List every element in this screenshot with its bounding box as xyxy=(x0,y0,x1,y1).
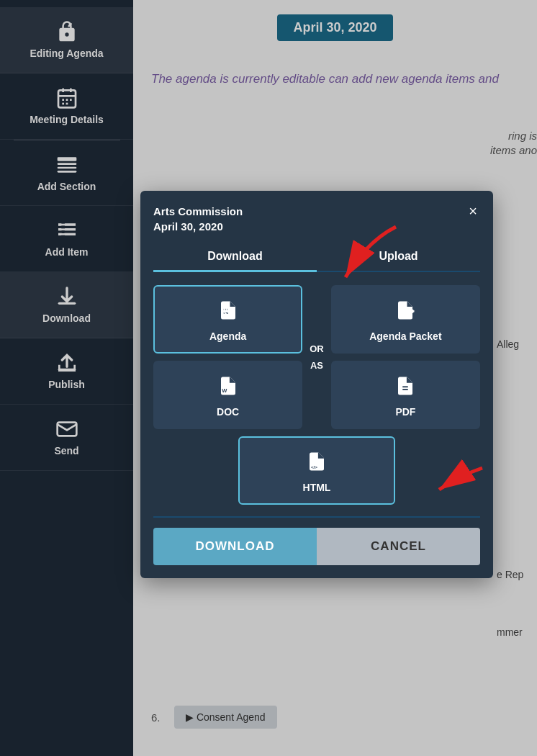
agenda-packet-label: Agenda Packet xyxy=(369,330,441,342)
format-btn-doc[interactable]: W DOC xyxy=(153,361,302,429)
download-modal: Arts Commission April 30, 2020 × Downloa… xyxy=(140,191,493,578)
agenda-label: Agenda xyxy=(209,330,246,342)
html-btn-wrapper: </> HTML xyxy=(153,436,480,505)
format-grid: Agenda OR AS Agenda Packet xyxy=(153,285,480,505)
pdf-icon xyxy=(394,375,416,402)
tab-download[interactable]: Download xyxy=(153,243,317,272)
modal-tabs: Download Upload xyxy=(153,243,480,272)
cancel-button[interactable]: CANCEL xyxy=(317,528,480,565)
agenda-icon xyxy=(217,300,239,326)
pdf-label: PDF xyxy=(395,406,415,418)
modal-title: Arts Commission April 30, 2020 xyxy=(153,204,243,234)
format-btn-pdf[interactable]: PDF xyxy=(331,361,480,429)
format-btn-html[interactable]: </> HTML xyxy=(238,436,395,505)
doc-label: DOC xyxy=(217,406,239,418)
modal-close-button[interactable]: × xyxy=(466,204,480,218)
format-btn-agenda-packet[interactable]: Agenda Packet xyxy=(331,285,480,354)
modal-actions: DOWNLOAD CANCEL xyxy=(153,516,480,565)
format-btn-agenda[interactable]: Agenda xyxy=(153,285,302,354)
agenda-packet-icon xyxy=(394,300,416,326)
html-label: HTML xyxy=(303,482,331,493)
svg-text:W: W xyxy=(222,387,227,394)
or-as-connector: OR AS xyxy=(310,343,324,371)
doc-icon: W xyxy=(217,375,239,402)
modal-header: Arts Commission April 30, 2020 × xyxy=(153,204,480,234)
svg-text:</>: </> xyxy=(311,464,317,469)
html-icon: </> xyxy=(306,451,328,477)
tab-upload[interactable]: Upload xyxy=(317,243,480,271)
download-button[interactable]: DOWNLOAD xyxy=(153,528,317,565)
